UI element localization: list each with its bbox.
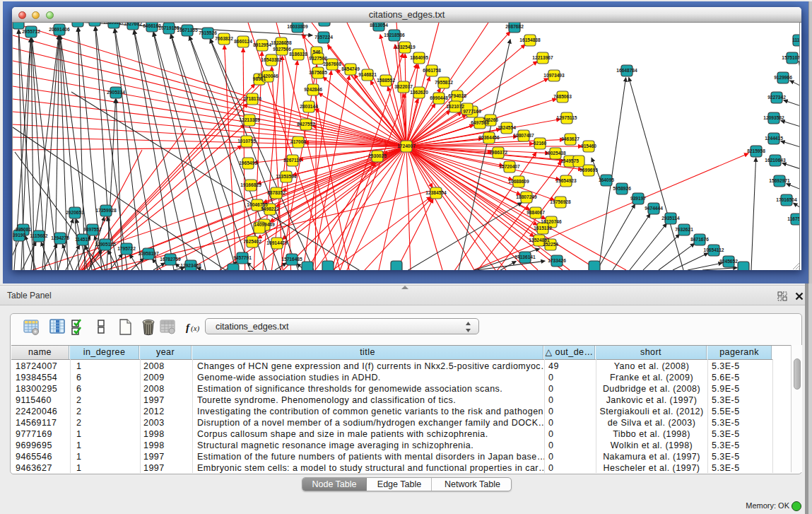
svg-text:15692971: 15692971 — [769, 178, 790, 183]
svg-text:8813054: 8813054 — [370, 23, 388, 28]
svg-text:19166825: 19166825 — [240, 182, 261, 187]
svg-text:6990448: 6990448 — [430, 95, 448, 100]
svg-text:16648784: 16648784 — [616, 68, 637, 73]
svg-text:2803144: 2803144 — [300, 104, 318, 109]
svg-text:1621072: 1621072 — [446, 104, 464, 109]
svg-text:6497568: 6497568 — [471, 120, 489, 125]
svg-text:8660124: 8660124 — [234, 39, 252, 44]
svg-text:2530025: 2530025 — [368, 153, 387, 158]
svg-text:12213967: 12213967 — [532, 55, 553, 60]
svg-text:16033809: 16033809 — [287, 24, 308, 29]
svg-text:9242846: 9242846 — [304, 87, 322, 92]
svg-text:8186328: 8186328 — [289, 52, 307, 57]
svg-text:835081: 835081 — [16, 227, 31, 232]
svg-text:6961758: 6961758 — [423, 68, 441, 73]
svg-text:2935114: 2935114 — [661, 216, 680, 221]
svg-text:16120746: 16120746 — [541, 219, 562, 224]
svg-text:9397557: 9397557 — [83, 227, 102, 232]
svg-text:11174: 11174 — [792, 37, 800, 42]
svg-text:3824554: 3824554 — [498, 125, 516, 130]
svg-text:10807487: 10807487 — [513, 133, 534, 138]
svg-text:19756928: 19756928 — [550, 199, 571, 204]
svg-text:23420046: 23420046 — [257, 74, 278, 78]
svg-text:9699695: 9699695 — [579, 168, 598, 173]
svg-text:7357224: 7357224 — [314, 35, 333, 40]
svg-text:1549575: 1549575 — [560, 158, 579, 163]
svg-text:15720407: 15720407 — [499, 164, 520, 169]
svg-text:2087682: 2087682 — [505, 24, 524, 29]
svg-text:5958926: 5958926 — [613, 186, 631, 191]
svg-text:16914479: 16914479 — [266, 240, 288, 245]
svg-text:1615132: 1615132 — [534, 226, 552, 230]
svg-text:2367608: 2367608 — [323, 62, 341, 66]
svg-text:1294275: 1294275 — [51, 235, 69, 240]
svg-text:5498222: 5498222 — [261, 206, 279, 211]
svg-text:9245652: 9245652 — [719, 259, 738, 264]
svg-text:8267110: 8267110 — [283, 158, 302, 163]
svg-text:7485063: 7485063 — [553, 94, 572, 99]
svg-text:15751074: 15751074 — [782, 55, 800, 60]
svg-text:39190: 39190 — [13, 233, 25, 238]
svg-text:10973493: 10973493 — [543, 73, 565, 78]
svg-text:17016504: 17016504 — [776, 197, 797, 202]
svg-text:1864095: 1864095 — [410, 55, 428, 60]
svg-text:14136141: 14136141 — [514, 255, 536, 259]
svg-text:1244415: 1244415 — [765, 136, 783, 141]
svg-text:1733426: 1733426 — [548, 258, 566, 263]
svg-text:16671355: 16671355 — [177, 28, 198, 33]
svg-text:10025438: 10025438 — [545, 151, 566, 156]
svg-text:17359928: 17359928 — [95, 208, 117, 213]
svg-text:20364456: 20364456 — [478, 135, 500, 140]
svg-text:f: f — [186, 322, 191, 333]
svg-text:11353594: 11353594 — [276, 174, 297, 179]
svg-text:12093582: 12093582 — [763, 115, 784, 120]
svg-text:9777169: 9777169 — [463, 109, 481, 114]
svg-text:20691406: 20691406 — [49, 27, 70, 32]
svg-text:19218586: 19218586 — [384, 33, 405, 37]
svg-text:915460: 915460 — [581, 144, 596, 148]
svg-text:7986372: 7986372 — [489, 150, 507, 155]
svg-text:8454749: 8454749 — [341, 66, 360, 71]
svg-text:8912954: 8912954 — [253, 42, 271, 47]
svg-text:2718176: 2718176 — [243, 96, 261, 101]
svg-text:16210643: 16210643 — [765, 158, 786, 163]
svg-text:9327506: 9327506 — [273, 47, 291, 52]
svg-text:12384554: 12384554 — [425, 190, 447, 195]
svg-text:12975115: 12975115 — [557, 115, 577, 120]
svg-text:10688609: 10688609 — [508, 179, 529, 184]
svg-text:7515526: 7515526 — [199, 30, 217, 35]
svg-text:3675685: 3675685 — [309, 70, 327, 75]
svg-text:1167533: 1167533 — [787, 216, 800, 221]
svg-text:8878352: 8878352 — [267, 190, 286, 195]
svg-text:9884067: 9884067 — [526, 210, 545, 215]
svg-text:16154838: 16154838 — [519, 37, 541, 42]
svg-text:2020653: 2020653 — [66, 210, 84, 215]
svg-text:7955812: 7955812 — [435, 80, 453, 85]
svg-text:9327508: 9327508 — [309, 56, 327, 61]
svg-text:8215958: 8215958 — [747, 148, 765, 153]
svg-text:13325419: 13325419 — [394, 45, 416, 49]
svg-text:9463627: 9463627 — [561, 136, 579, 141]
svg-text:252254: 252254 — [543, 242, 558, 247]
svg-text:12905135: 12905135 — [95, 242, 116, 247]
svg-text:417004: 417004 — [290, 139, 306, 144]
svg-text:16782759: 16782759 — [160, 257, 181, 262]
svg-text:1527602: 1527602 — [124, 23, 142, 26]
svg-text:10654112: 10654112 — [704, 247, 724, 252]
svg-text:1362620: 1362620 — [410, 90, 428, 95]
svg-text:164095: 164095 — [599, 177, 614, 182]
svg-text:9227342: 9227342 — [767, 95, 786, 100]
svg-text:15716485: 15716485 — [281, 257, 302, 262]
svg-text:1965493: 1965493 — [239, 160, 257, 165]
svg-text:1795722: 1795722 — [117, 246, 136, 251]
svg-text:62160: 62160 — [534, 141, 547, 146]
svg-text:9474444: 9474444 — [645, 206, 663, 211]
svg-text:19654923: 19654923 — [555, 178, 577, 183]
svg-text:9457791: 9457791 — [233, 255, 252, 260]
svg-text:1588552: 1588552 — [377, 78, 395, 83]
svg-text:8471676: 8471676 — [690, 237, 709, 242]
svg-text:6794028: 6794028 — [448, 93, 466, 98]
svg-text:7632621: 7632621 — [675, 227, 693, 232]
svg-text:2905334: 2905334 — [107, 90, 125, 95]
svg-text:3822037: 3822037 — [394, 84, 413, 89]
